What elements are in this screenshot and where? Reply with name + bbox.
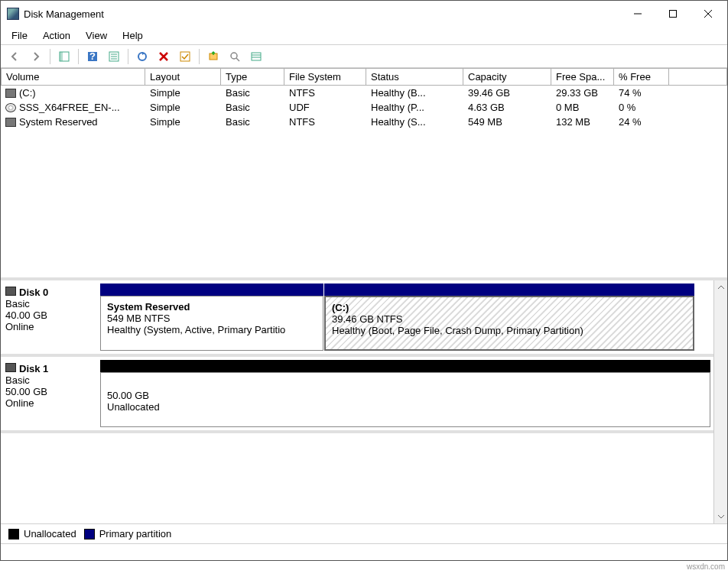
cell-pct: 74 % [614, 86, 669, 100]
app-icon [7, 8, 19, 20]
menubar: File Action View Help [1, 27, 727, 45]
partition-status: Healthy (Boot, Page File, Crash Dump, Pr… [332, 325, 687, 336]
cell-capacity: 549 MB [463, 115, 551, 129]
cell-volume: (C:) [19, 87, 36, 99]
cell-layout: Simple [145, 86, 221, 100]
svg-rect-1 [670, 11, 677, 18]
cell-fs: NTFS [284, 115, 366, 129]
refresh-button[interactable] [133, 47, 151, 66]
svg-text:?: ? [89, 50, 96, 62]
partition-size: 50.00 GB [107, 390, 704, 401]
forward-button[interactable] [27, 47, 45, 66]
disk-info[interactable]: Disk 1Basic50.00 GBOnline [4, 360, 99, 427]
col-capacity[interactable]: Capacity [463, 68, 551, 86]
table-row[interactable]: (C:)SimpleBasicNTFSHealthy (B...39.46 GB… [1, 86, 727, 100]
maximize-button[interactable] [655, 1, 691, 27]
partition-header [100, 360, 710, 372]
minimize-button[interactable] [620, 1, 655, 27]
check-button[interactable] [176, 47, 194, 66]
disk-state: Online [5, 397, 97, 409]
properties-button[interactable] [105, 47, 123, 66]
legend-primary: Primary partition [99, 528, 172, 539]
partition-body[interactable]: 50.00 GBUnallocated [100, 372, 710, 427]
partition-size: 549 MB NTFS [107, 313, 317, 324]
disk-info[interactable]: Disk 0Basic40.00 GBOnline [4, 284, 99, 351]
partition-status: Healthy (System, Active, Primary Partiti… [107, 324, 317, 335]
cell-status: Healthy (S... [366, 115, 463, 129]
partition-body[interactable]: System Reserved549 MB NTFSHealthy (Syste… [100, 296, 323, 351]
hdd-icon [5, 89, 16, 98]
cell-type: Basic [221, 115, 284, 129]
cell-pct: 0 % [614, 100, 669, 115]
svg-rect-17 [252, 53, 261, 60]
menu-view[interactable]: View [78, 28, 115, 44]
menu-file[interactable]: File [4, 28, 35, 44]
partition-name: System Reserved [107, 301, 317, 313]
vertical-scrollbar[interactable] [713, 280, 727, 523]
col-status[interactable]: Status [366, 68, 463, 86]
menu-action[interactable]: Action [35, 28, 78, 44]
svg-point-15 [231, 53, 237, 59]
legend-swatch-unallocated [8, 529, 19, 539]
cell-layout: Simple [145, 100, 221, 115]
partition-size: 39.46 GB NTFS [332, 313, 687, 325]
table-row[interactable]: System ReservedSimpleBasicNTFSHealthy (S… [1, 115, 727, 129]
help-button[interactable]: ? [83, 47, 102, 66]
svg-rect-5 [60, 52, 63, 61]
scroll-down-icon[interactable] [714, 510, 727, 523]
cell-type: Basic [221, 100, 284, 115]
col-pct[interactable]: % Free [614, 68, 669, 86]
cell-capacity: 4.63 GB [463, 100, 551, 115]
col-free[interactable]: Free Spa... [551, 68, 614, 86]
col-type[interactable]: Type [221, 68, 284, 86]
rescan-button[interactable] [204, 47, 223, 66]
col-spacer[interactable] [669, 68, 727, 86]
col-volume[interactable]: Volume [1, 68, 145, 86]
titlebar[interactable]: Disk Management [1, 1, 727, 27]
disk-size: 50.00 GB [5, 386, 97, 397]
cell-volume: SSS_X64FREE_EN-... [19, 102, 120, 113]
partition-header [324, 284, 694, 296]
find-button[interactable] [226, 47, 244, 66]
watermark: wsxdn.com [687, 562, 725, 571]
partition[interactable]: (C:)39.46 GB NTFSHealthy (Boot, Page Fil… [324, 284, 694, 351]
partition-body[interactable]: (C:)39.46 GB NTFSHealthy (Boot, Page Fil… [324, 296, 694, 351]
disk-type: Basic [5, 298, 97, 309]
disk-state: Online [5, 321, 97, 332]
legend-unallocated: Unallocated [24, 528, 76, 539]
delete-button[interactable] [154, 47, 173, 66]
cell-free: 29.33 GB [551, 86, 614, 100]
table-row[interactable]: SSS_X64FREE_EN-...SimpleBasicUDFHealthy … [1, 100, 727, 115]
menu-help[interactable]: Help [115, 28, 151, 44]
legend: Unallocated Primary partition [1, 523, 727, 543]
cell-free: 132 MB [551, 115, 614, 129]
disk-icon [5, 363, 16, 372]
partition-name: (C:) [332, 302, 687, 313]
partition[interactable]: 50.00 GBUnallocated [100, 360, 710, 427]
show-hide-console-button[interactable] [55, 47, 73, 66]
scroll-up-icon[interactable] [714, 280, 727, 294]
disk-icon [5, 287, 16, 296]
partition-status: Unallocated [107, 401, 704, 413]
status-bar [1, 543, 727, 560]
disk-size: 40.00 GB [5, 309, 97, 321]
cell-pct: 24 % [614, 115, 669, 129]
cell-volume: System Reserved [19, 116, 98, 128]
cell-layout: Simple [145, 115, 221, 129]
list-button[interactable] [247, 47, 265, 66]
window: Disk Management File Action View Help ? … [0, 0, 728, 561]
back-button[interactable] [5, 47, 24, 66]
disk-row: Disk 1Basic50.00 GBOnline50.00 GBUnalloc… [1, 357, 713, 433]
close-button[interactable] [691, 1, 726, 27]
partition[interactable]: System Reserved549 MB NTFSHealthy (Syste… [100, 284, 323, 351]
disk-type: Basic [5, 374, 97, 386]
hdd-icon [5, 118, 16, 127]
volume-list: Volume Layout Type File System Status Ca… [1, 68, 727, 280]
cell-free: 0 MB [551, 100, 614, 115]
legend-swatch-primary [84, 529, 95, 539]
col-fs[interactable]: File System [284, 68, 366, 86]
col-layout[interactable]: Layout [145, 68, 221, 86]
cell-fs: NTFS [284, 86, 366, 100]
partition-header [100, 284, 323, 296]
toolbar: ? [1, 45, 727, 68]
